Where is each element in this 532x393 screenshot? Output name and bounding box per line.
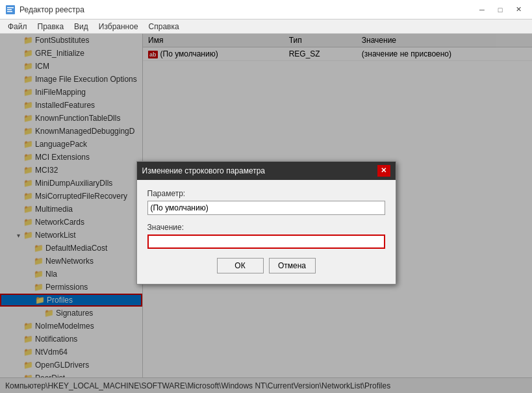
param-label: Параметр:	[147, 189, 385, 198]
maximize-button[interactable]: □	[492, 3, 509, 16]
ok-button[interactable]: ОК	[217, 258, 264, 273]
svg-rect-3	[7, 11, 12, 12]
svg-rect-2	[7, 9, 12, 10]
dialog-overlay: Изменение строкового параметра ✕ Парамет…	[0, 34, 532, 393]
window-controls: ─ □ ✕	[474, 3, 527, 16]
menu-bar: Файл Правка Вид Избранное Справка	[0, 19, 532, 34]
value-label: Значение:	[147, 223, 385, 232]
cancel-button[interactable]: Отмена	[269, 258, 316, 273]
main-area: 📁FontSubstitutes📁GRE_Initialize📁ICM📁Imag…	[0, 34, 532, 377]
title-bar: Редактор реестра ─ □ ✕	[0, 0, 532, 19]
menu-file[interactable]: Файл	[3, 21, 32, 32]
window-title: Редактор реестра	[19, 5, 84, 14]
menu-help[interactable]: Справка	[144, 21, 184, 32]
dialog-close-button[interactable]: ✕	[377, 165, 390, 177]
menu-edit[interactable]: Правка	[32, 21, 70, 32]
dialog-body: Параметр: Значение: ОК Отмена	[137, 180, 396, 284]
param-input[interactable]	[147, 201, 385, 215]
menu-favorites[interactable]: Избранное	[94, 21, 144, 32]
dialog-title-text: Изменение строкового параметра	[142, 166, 266, 175]
app-icon	[5, 5, 16, 15]
menu-view[interactable]: Вид	[69, 21, 94, 32]
svg-rect-1	[7, 7, 14, 8]
value-input[interactable]	[147, 235, 385, 249]
dialog-buttons: ОК Отмена	[147, 258, 385, 273]
dialog-title-bar: Изменение строкового параметра ✕	[137, 162, 396, 180]
minimize-button[interactable]: ─	[474, 3, 490, 16]
edit-string-dialog: Изменение строкового параметра ✕ Парамет…	[136, 161, 396, 285]
close-button[interactable]: ✕	[510, 3, 527, 16]
